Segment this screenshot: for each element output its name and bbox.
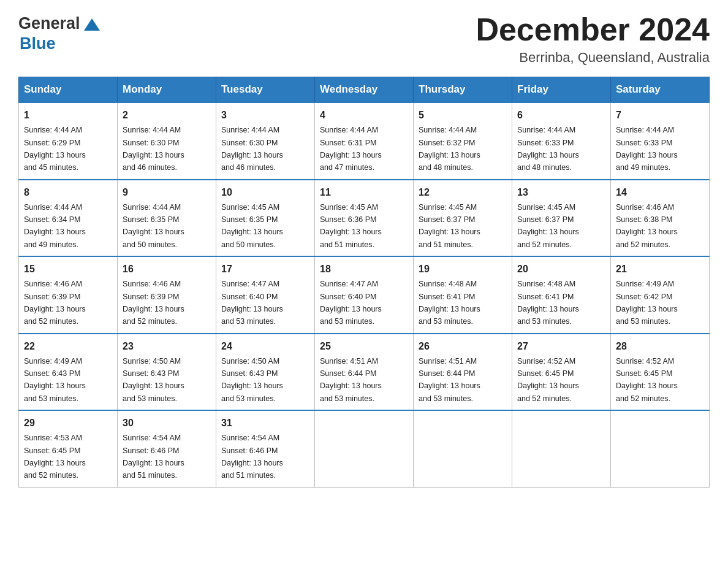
day-number: 20: [517, 262, 605, 277]
weekday-header-row: SundayMondayTuesdayWednesdayThursdayFrid…: [19, 77, 710, 103]
logo-general-text: General: [18, 14, 80, 33]
calendar-cell: 16 Sunrise: 4:46 AMSunset: 6:39 PMDaylig…: [118, 256, 216, 334]
calendar-cell: 22 Sunrise: 4:49 AMSunset: 6:43 PMDaylig…: [19, 334, 118, 411]
weekday-header-wednesday: Wednesday: [315, 77, 414, 103]
calendar-cell: 5 Sunrise: 4:44 AMSunset: 6:32 PMDayligh…: [414, 102, 512, 180]
day-number: 26: [419, 339, 507, 354]
calendar-cell: 6 Sunrise: 4:44 AMSunset: 6:33 PMDayligh…: [512, 102, 611, 180]
calendar-cell: [315, 410, 414, 487]
day-info: Sunrise: 4:48 AMSunset: 6:41 PMDaylight:…: [419, 280, 480, 326]
calendar-cell: 13 Sunrise: 4:45 AMSunset: 6:37 PMDaylig…: [512, 180, 611, 257]
calendar-table: SundayMondayTuesdayWednesdayThursdayFrid…: [18, 77, 710, 488]
calendar-cell: 24 Sunrise: 4:50 AMSunset: 6:43 PMDaylig…: [216, 334, 315, 411]
day-number: 29: [24, 416, 112, 431]
calendar-cell: 31 Sunrise: 4:54 AMSunset: 6:46 PMDaylig…: [216, 410, 315, 487]
calendar-cell: 8 Sunrise: 4:44 AMSunset: 6:34 PMDayligh…: [19, 180, 118, 257]
day-info: Sunrise: 4:49 AMSunset: 6:43 PMDaylight:…: [24, 357, 86, 403]
day-number: 2: [123, 108, 211, 123]
week-row-3: 15 Sunrise: 4:46 AMSunset: 6:39 PMDaylig…: [19, 256, 710, 334]
calendar-cell: 12 Sunrise: 4:45 AMSunset: 6:37 PMDaylig…: [414, 180, 512, 257]
day-number: 31: [221, 416, 309, 431]
weekday-header-sunday: Sunday: [19, 77, 118, 103]
day-info: Sunrise: 4:44 AMSunset: 6:33 PMDaylight:…: [616, 126, 678, 172]
day-number: 19: [419, 262, 507, 277]
day-info: Sunrise: 4:44 AMSunset: 6:30 PMDaylight:…: [123, 126, 184, 172]
day-number: 22: [24, 339, 112, 354]
day-number: 17: [221, 262, 309, 277]
day-info: Sunrise: 4:47 AMSunset: 6:40 PMDaylight:…: [221, 280, 283, 326]
day-info: Sunrise: 4:45 AMSunset: 6:37 PMDaylight:…: [517, 203, 579, 249]
day-info: Sunrise: 4:48 AMSunset: 6:41 PMDaylight:…: [517, 280, 579, 326]
day-info: Sunrise: 4:46 AMSunset: 6:38 PMDaylight:…: [616, 203, 678, 249]
day-info: Sunrise: 4:44 AMSunset: 6:35 PMDaylight:…: [123, 203, 184, 249]
day-info: Sunrise: 4:45 AMSunset: 6:37 PMDaylight:…: [419, 203, 480, 249]
day-number: 1: [24, 108, 112, 123]
day-info: Sunrise: 4:44 AMSunset: 6:31 PMDaylight:…: [320, 126, 382, 172]
calendar-cell: 20 Sunrise: 4:48 AMSunset: 6:41 PMDaylig…: [512, 256, 611, 334]
day-info: Sunrise: 4:52 AMSunset: 6:45 PMDaylight:…: [616, 357, 678, 403]
logo: General Blue: [18, 12, 102, 53]
weekday-header-thursday: Thursday: [414, 77, 512, 103]
calendar-cell: 28 Sunrise: 4:52 AMSunset: 6:45 PMDaylig…: [611, 334, 710, 411]
calendar-cell: 25 Sunrise: 4:51 AMSunset: 6:44 PMDaylig…: [315, 334, 414, 411]
day-info: Sunrise: 4:50 AMSunset: 6:43 PMDaylight:…: [221, 357, 283, 403]
calendar-cell: 23 Sunrise: 4:50 AMSunset: 6:43 PMDaylig…: [118, 334, 216, 411]
week-row-1: 1 Sunrise: 4:44 AMSunset: 6:29 PMDayligh…: [19, 102, 710, 180]
day-info: Sunrise: 4:44 AMSunset: 6:32 PMDaylight:…: [419, 126, 480, 172]
day-info: Sunrise: 4:54 AMSunset: 6:46 PMDaylight:…: [221, 434, 283, 480]
page-header: General Blue December 2024 Berrinba, Que…: [18, 12, 710, 66]
day-number: 16: [123, 262, 211, 277]
calendar-cell: 27 Sunrise: 4:52 AMSunset: 6:45 PMDaylig…: [512, 334, 611, 411]
day-number: 6: [517, 108, 605, 123]
calendar-cell: 14 Sunrise: 4:46 AMSunset: 6:38 PMDaylig…: [611, 180, 710, 257]
location-title: Berrinba, Queensland, Australia: [476, 50, 710, 66]
calendar-cell: 3 Sunrise: 4:44 AMSunset: 6:30 PMDayligh…: [216, 102, 315, 180]
calendar-cell: [611, 410, 710, 487]
week-row-4: 22 Sunrise: 4:49 AMSunset: 6:43 PMDaylig…: [19, 334, 710, 411]
day-number: 11: [320, 185, 408, 200]
calendar-cell: 19 Sunrise: 4:48 AMSunset: 6:41 PMDaylig…: [414, 256, 512, 334]
day-number: 15: [24, 262, 112, 277]
day-info: Sunrise: 4:51 AMSunset: 6:44 PMDaylight:…: [419, 357, 480, 403]
day-number: 25: [320, 339, 408, 354]
day-info: Sunrise: 4:54 AMSunset: 6:46 PMDaylight:…: [123, 434, 184, 480]
day-info: Sunrise: 4:44 AMSunset: 6:33 PMDaylight:…: [517, 126, 579, 172]
calendar-cell: 1 Sunrise: 4:44 AMSunset: 6:29 PMDayligh…: [19, 102, 118, 180]
day-number: 10: [221, 185, 309, 200]
day-number: 5: [419, 108, 507, 123]
day-info: Sunrise: 4:45 AMSunset: 6:35 PMDaylight:…: [221, 203, 283, 249]
day-info: Sunrise: 4:52 AMSunset: 6:45 PMDaylight:…: [517, 357, 579, 403]
weekday-header-monday: Monday: [118, 77, 216, 103]
day-info: Sunrise: 4:49 AMSunset: 6:42 PMDaylight:…: [616, 280, 678, 326]
day-number: 24: [221, 339, 309, 354]
calendar-cell: 30 Sunrise: 4:54 AMSunset: 6:46 PMDaylig…: [118, 410, 216, 487]
day-number: 4: [320, 108, 408, 123]
day-info: Sunrise: 4:45 AMSunset: 6:36 PMDaylight:…: [320, 203, 382, 249]
day-number: 14: [616, 185, 704, 200]
month-title: December 2024: [476, 12, 710, 47]
calendar-cell: [414, 410, 512, 487]
calendar-cell: [512, 410, 611, 487]
calendar-cell: 9 Sunrise: 4:44 AMSunset: 6:35 PMDayligh…: [118, 180, 216, 257]
logo-triangle-icon: [82, 13, 102, 34]
calendar-cell: 21 Sunrise: 4:49 AMSunset: 6:42 PMDaylig…: [611, 256, 710, 334]
day-info: Sunrise: 4:46 AMSunset: 6:39 PMDaylight:…: [123, 280, 184, 326]
day-info: Sunrise: 4:46 AMSunset: 6:39 PMDaylight:…: [24, 280, 86, 326]
day-number: 21: [616, 262, 704, 277]
day-number: 23: [123, 339, 211, 354]
calendar-cell: 29 Sunrise: 4:53 AMSunset: 6:45 PMDaylig…: [19, 410, 118, 487]
weekday-header-friday: Friday: [512, 77, 611, 103]
day-number: 18: [320, 262, 408, 277]
calendar-cell: 18 Sunrise: 4:47 AMSunset: 6:40 PMDaylig…: [315, 256, 414, 334]
calendar-cell: 26 Sunrise: 4:51 AMSunset: 6:44 PMDaylig…: [414, 334, 512, 411]
day-number: 30: [123, 416, 211, 431]
calendar-cell: 7 Sunrise: 4:44 AMSunset: 6:33 PMDayligh…: [611, 102, 710, 180]
day-number: 13: [517, 185, 605, 200]
week-row-5: 29 Sunrise: 4:53 AMSunset: 6:45 PMDaylig…: [19, 410, 710, 487]
day-number: 9: [123, 185, 211, 200]
day-info: Sunrise: 4:47 AMSunset: 6:40 PMDaylight:…: [320, 280, 382, 326]
weekday-header-saturday: Saturday: [611, 77, 710, 103]
calendar-cell: 4 Sunrise: 4:44 AMSunset: 6:31 PMDayligh…: [315, 102, 414, 180]
calendar-cell: 17 Sunrise: 4:47 AMSunset: 6:40 PMDaylig…: [216, 256, 315, 334]
calendar-cell: 11 Sunrise: 4:45 AMSunset: 6:36 PMDaylig…: [315, 180, 414, 257]
